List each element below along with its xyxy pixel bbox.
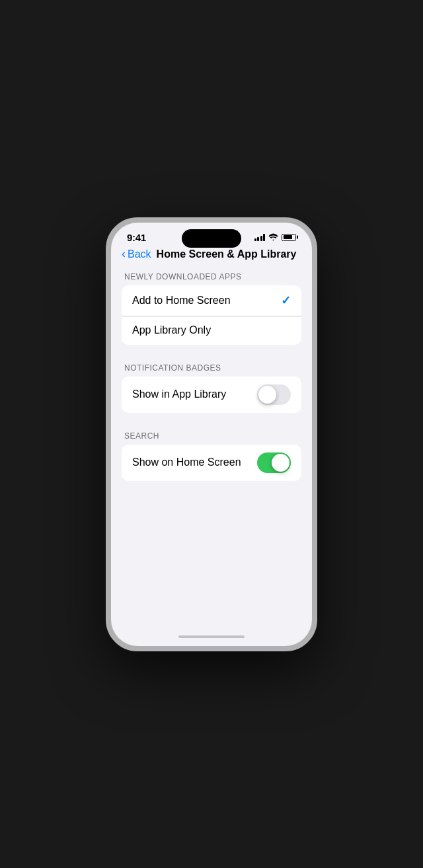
back-label: Back — [128, 248, 151, 260]
row-label-add-to-home-screen: Add to Home Screen — [132, 295, 231, 307]
row-label-show-on-home-screen: Show on Home Screen — [132, 456, 241, 468]
back-button[interactable]: ‹ Back — [122, 248, 151, 260]
page-title: Home Screen & App Library — [157, 248, 297, 260]
checkmark-icon: ✓ — [281, 293, 291, 308]
section-header-notification-badges: NOTIFICATION BADGES — [111, 363, 312, 377]
section-header-newly-downloaded: NEWLY DOWNLOADED APPS — [111, 272, 312, 285]
toggle-show-on-home-screen[interactable] — [257, 452, 291, 473]
status-bar: 9:41 — [111, 223, 312, 243]
content-area: NEWLY DOWNLOADED APPS Add to Home Screen… — [111, 267, 312, 630]
row-show-in-app-library: Show in App Library — [122, 377, 301, 413]
status-icons — [254, 233, 297, 242]
dynamic-island — [182, 229, 241, 248]
section-search: SEARCH Show on Home Screen — [111, 431, 312, 481]
section-notification-badges: NOTIFICATION BADGES Show in App Library — [111, 363, 312, 413]
toggle-thumb-show-in-app-library — [258, 386, 276, 404]
status-time: 9:41 — [127, 232, 146, 243]
row-show-on-home-screen: Show on Home Screen — [122, 445, 301, 481]
toggle-show-in-app-library[interactable] — [257, 384, 291, 405]
signal-icon — [254, 234, 266, 241]
back-chevron-icon: ‹ — [122, 248, 126, 260]
row-app-library-only[interactable]: App Library Only — [122, 316, 301, 345]
card-search: Show on Home Screen — [122, 445, 301, 481]
wifi-icon — [268, 233, 278, 242]
section-header-search: SEARCH — [111, 431, 312, 445]
home-bar — [178, 635, 245, 638]
screen: 9:41 ‹ — [111, 223, 312, 646]
card-notification-badges: Show in App Library — [122, 377, 301, 413]
toggle-thumb-show-on-home-screen — [272, 454, 289, 472]
row-label-show-in-app-library: Show in App Library — [132, 388, 226, 400]
phone-shell: 9:41 ‹ — [106, 217, 317, 651]
section-newly-downloaded: NEWLY DOWNLOADED APPS Add to Home Screen… — [111, 272, 312, 345]
card-newly-downloaded: Add to Home Screen ✓ App Library Only — [122, 285, 301, 345]
home-indicator — [111, 630, 312, 646]
row-add-to-home-screen[interactable]: Add to Home Screen ✓ — [122, 285, 301, 316]
battery-icon — [282, 234, 296, 241]
row-label-app-library-only: App Library Only — [132, 324, 211, 336]
